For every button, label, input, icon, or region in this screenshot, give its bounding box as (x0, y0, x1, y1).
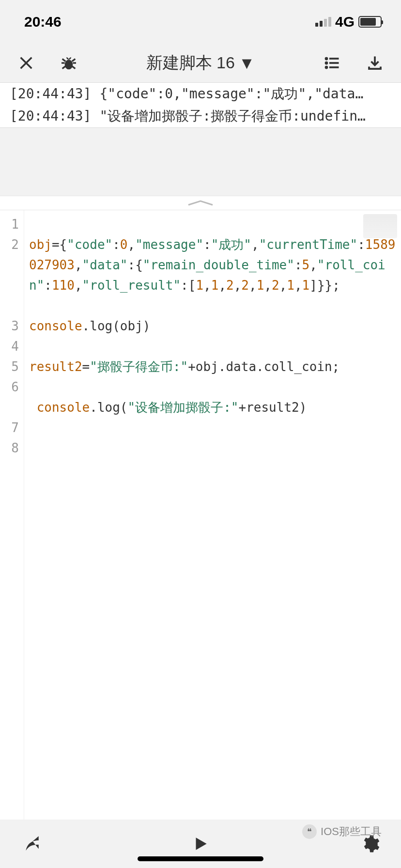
console-timestamp: [20:44:43] (10, 108, 92, 124)
list-button[interactable] (321, 51, 344, 75)
status-right: 4G (315, 14, 382, 30)
code-editor[interactable]: 12 3456 78 obj={"code":0,"message":"成功",… (0, 210, 401, 820)
share-button[interactable] (19, 832, 43, 855)
script-title: 新建脚本 16 (146, 52, 235, 74)
close-button[interactable] (15, 51, 38, 75)
chevron-down-icon: ▼ (239, 54, 255, 73)
svg-line-5 (62, 66, 66, 69)
svg-point-7 (326, 58, 327, 60)
console-text: "设备增加掷骰子:掷骰子得金币:undefin… (99, 108, 365, 124)
panel-drag-handle[interactable] (0, 196, 401, 210)
status-time: 20:46 (24, 14, 62, 30)
svg-line-3 (62, 59, 66, 62)
home-indicator[interactable] (138, 856, 263, 861)
svg-line-6 (72, 66, 76, 69)
status-bar: 20:46 4G (0, 0, 401, 44)
console-text: {"code":0,"message":"成功","data… (99, 86, 363, 102)
console-line: [20:44:43] "设备增加掷骰子:掷骰子得金币:undefin… (0, 105, 401, 127)
svg-line-4 (72, 59, 76, 62)
console-line: [20:44:43] {"code":0,"message":"成功","dat… (0, 83, 401, 105)
code-area[interactable]: obj={"code":0,"message":"成功","currentTim… (24, 210, 401, 820)
svg-point-11 (326, 67, 327, 68)
svg-point-9 (326, 62, 327, 64)
battery-icon (358, 16, 382, 28)
run-button[interactable] (189, 832, 212, 855)
script-title-dropdown[interactable]: 新建脚本 16 ▼ (100, 52, 301, 74)
watermark: ❝ IOS那些工具 (302, 824, 382, 839)
minimap[interactable] (363, 214, 397, 238)
signal-icon (315, 17, 331, 27)
watermark-text: IOS那些工具 (321, 824, 382, 839)
network-label: 4G (335, 14, 355, 30)
line-gutter: 12 3456 78 (0, 210, 24, 820)
wechat-icon: ❝ (302, 824, 317, 839)
download-button[interactable] (363, 51, 386, 75)
svg-point-0 (65, 60, 73, 69)
bug-icon[interactable] (57, 51, 80, 75)
console-timestamp: [20:44:43] (10, 86, 92, 102)
console-panel: [20:44:43] {"code":0,"message":"成功","dat… (0, 82, 401, 128)
toolbar: 新建脚本 16 ▼ (0, 44, 401, 82)
